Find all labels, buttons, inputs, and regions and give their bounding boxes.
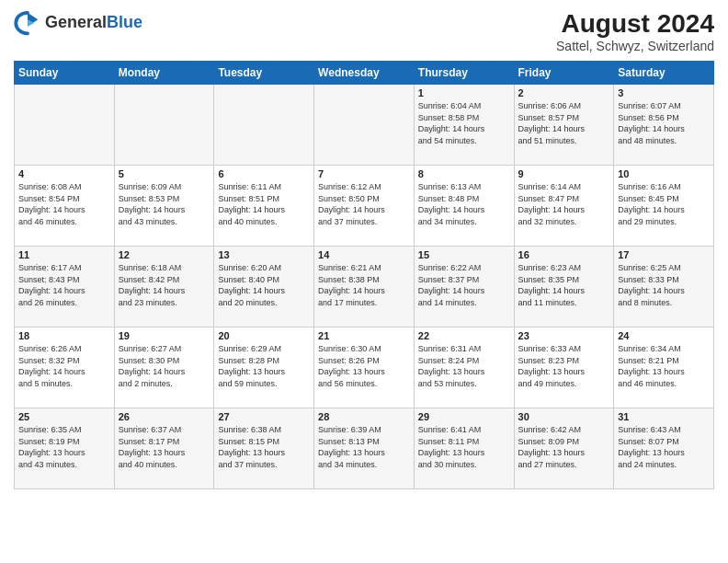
calendar-cell-3-5: 15Sunrise: 6:22 AM Sunset: 8:37 PM Dayli…	[414, 247, 514, 327]
day-number: 24	[618, 330, 710, 341]
calendar-cell-2-1: 4Sunrise: 6:08 AM Sunset: 8:54 PM Daylig…	[15, 166, 115, 247]
day-info: Sunrise: 6:04 AM Sunset: 8:58 PM Dayligh…	[418, 100, 510, 146]
day-number: 3	[618, 87, 710, 98]
calendar-cell-3-7: 17Sunrise: 6:25 AM Sunset: 8:33 PM Dayli…	[614, 247, 714, 327]
col-monday: Monday	[114, 62, 214, 85]
logo-general: General	[45, 13, 107, 31]
day-number: 23	[518, 330, 610, 341]
calendar-cell-1-3	[214, 85, 314, 166]
day-info: Sunrise: 6:33 AM Sunset: 8:23 PM Dayligh…	[518, 343, 610, 389]
day-number: 2	[518, 87, 610, 98]
day-number: 28	[318, 411, 410, 422]
day-info: Sunrise: 6:34 AM Sunset: 8:21 PM Dayligh…	[618, 343, 710, 389]
day-info: Sunrise: 6:29 AM Sunset: 8:28 PM Dayligh…	[218, 343, 310, 389]
logo: GeneralBlue	[14, 9, 142, 37]
col-saturday: Saturday	[614, 62, 714, 85]
day-info: Sunrise: 6:39 AM Sunset: 8:13 PM Dayligh…	[318, 424, 410, 470]
calendar-header-row: Sunday Monday Tuesday Wednesday Thursday…	[15, 62, 714, 85]
day-info: Sunrise: 6:16 AM Sunset: 8:45 PM Dayligh…	[618, 181, 710, 227]
day-info: Sunrise: 6:12 AM Sunset: 8:50 PM Dayligh…	[318, 181, 410, 227]
day-info: Sunrise: 6:23 AM Sunset: 8:35 PM Dayligh…	[518, 262, 610, 308]
col-thursday: Thursday	[414, 62, 514, 85]
calendar-cell-1-4	[314, 85, 415, 166]
day-number: 20	[218, 330, 310, 341]
day-info: Sunrise: 6:43 AM Sunset: 8:07 PM Dayligh…	[618, 424, 710, 470]
col-friday: Friday	[514, 62, 614, 85]
day-info: Sunrise: 6:06 AM Sunset: 8:57 PM Dayligh…	[518, 100, 610, 146]
calendar-cell-4-6: 23Sunrise: 6:33 AM Sunset: 8:23 PM Dayli…	[514, 327, 614, 408]
day-number: 15	[418, 249, 510, 260]
day-number: 27	[218, 411, 310, 422]
calendar-week-3: 11Sunrise: 6:17 AM Sunset: 8:43 PM Dayli…	[15, 247, 714, 327]
day-number: 11	[18, 249, 110, 260]
day-number: 7	[318, 168, 410, 179]
page-header: GeneralBlue August 2024 Sattel, Schwyz, …	[14, 9, 714, 53]
day-number: 1	[418, 87, 510, 98]
day-info: Sunrise: 6:37 AM Sunset: 8:17 PM Dayligh…	[119, 424, 210, 470]
day-info: Sunrise: 6:41 AM Sunset: 8:11 PM Dayligh…	[418, 424, 510, 470]
calendar-cell-2-3: 6Sunrise: 6:11 AM Sunset: 8:51 PM Daylig…	[214, 166, 314, 247]
day-info: Sunrise: 6:21 AM Sunset: 8:38 PM Dayligh…	[318, 262, 410, 308]
calendar-week-2: 4Sunrise: 6:08 AM Sunset: 8:54 PM Daylig…	[15, 166, 714, 247]
calendar-cell-2-6: 9Sunrise: 6:14 AM Sunset: 8:47 PM Daylig…	[514, 166, 614, 247]
day-info: Sunrise: 6:26 AM Sunset: 8:32 PM Dayligh…	[18, 343, 110, 389]
calendar-cell-5-2: 26Sunrise: 6:37 AM Sunset: 8:17 PM Dayli…	[114, 408, 214, 489]
day-info: Sunrise: 6:14 AM Sunset: 8:47 PM Dayligh…	[518, 181, 610, 227]
day-info: Sunrise: 6:35 AM Sunset: 8:19 PM Dayligh…	[18, 424, 110, 470]
calendar-cell-1-2	[114, 85, 214, 166]
day-number: 14	[318, 249, 410, 260]
calendar-cell-1-6: 2Sunrise: 6:06 AM Sunset: 8:57 PM Daylig…	[514, 85, 614, 166]
col-tuesday: Tuesday	[214, 62, 314, 85]
day-number: 18	[18, 330, 110, 341]
day-number: 13	[218, 249, 310, 260]
calendar-cell-2-2: 5Sunrise: 6:09 AM Sunset: 8:53 PM Daylig…	[114, 166, 214, 247]
calendar-cell-5-6: 30Sunrise: 6:42 AM Sunset: 8:09 PM Dayli…	[514, 408, 614, 489]
calendar-cell-4-7: 24Sunrise: 6:34 AM Sunset: 8:21 PM Dayli…	[614, 327, 714, 408]
calendar-cell-3-6: 16Sunrise: 6:23 AM Sunset: 8:35 PM Dayli…	[514, 247, 614, 327]
calendar-cell-5-4: 28Sunrise: 6:39 AM Sunset: 8:13 PM Dayli…	[314, 408, 415, 489]
calendar-cell-5-1: 25Sunrise: 6:35 AM Sunset: 8:19 PM Dayli…	[15, 408, 115, 489]
calendar-cell-4-3: 20Sunrise: 6:29 AM Sunset: 8:28 PM Dayli…	[214, 327, 314, 408]
day-number: 9	[518, 168, 610, 179]
day-info: Sunrise: 6:18 AM Sunset: 8:42 PM Dayligh…	[119, 262, 210, 308]
day-number: 26	[119, 411, 210, 422]
day-number: 4	[18, 168, 110, 179]
calendar-cell-2-4: 7Sunrise: 6:12 AM Sunset: 8:50 PM Daylig…	[314, 166, 415, 247]
calendar-cell-2-7: 10Sunrise: 6:16 AM Sunset: 8:45 PM Dayli…	[614, 166, 714, 247]
day-number: 21	[318, 330, 410, 341]
day-info: Sunrise: 6:42 AM Sunset: 8:09 PM Dayligh…	[518, 424, 610, 470]
day-number: 22	[418, 330, 510, 341]
calendar-week-5: 25Sunrise: 6:35 AM Sunset: 8:19 PM Dayli…	[15, 408, 714, 489]
calendar-cell-3-1: 11Sunrise: 6:17 AM Sunset: 8:43 PM Dayli…	[15, 247, 115, 327]
calendar-cell-5-3: 27Sunrise: 6:38 AM Sunset: 8:15 PM Dayli…	[214, 408, 314, 489]
day-info: Sunrise: 6:07 AM Sunset: 8:56 PM Dayligh…	[618, 100, 710, 146]
calendar-cell-5-5: 29Sunrise: 6:41 AM Sunset: 8:11 PM Dayli…	[414, 408, 514, 489]
day-number: 30	[518, 411, 610, 422]
day-info: Sunrise: 6:20 AM Sunset: 8:40 PM Dayligh…	[218, 262, 310, 308]
col-wednesday: Wednesday	[314, 62, 415, 85]
calendar-week-4: 18Sunrise: 6:26 AM Sunset: 8:32 PM Dayli…	[15, 327, 714, 408]
page-container: GeneralBlue August 2024 Sattel, Schwyz, …	[0, 0, 728, 563]
day-info: Sunrise: 6:25 AM Sunset: 8:33 PM Dayligh…	[618, 262, 710, 308]
day-number: 19	[119, 330, 210, 341]
day-number: 5	[119, 168, 210, 179]
day-info: Sunrise: 6:13 AM Sunset: 8:48 PM Dayligh…	[418, 181, 510, 227]
logo-text: GeneralBlue	[45, 14, 142, 32]
day-info: Sunrise: 6:38 AM Sunset: 8:15 PM Dayligh…	[218, 424, 310, 470]
day-info: Sunrise: 6:08 AM Sunset: 8:54 PM Dayligh…	[18, 181, 110, 227]
day-info: Sunrise: 6:27 AM Sunset: 8:30 PM Dayligh…	[119, 343, 210, 389]
day-number: 29	[418, 411, 510, 422]
calendar-cell-3-4: 14Sunrise: 6:21 AM Sunset: 8:38 PM Dayli…	[314, 247, 415, 327]
calendar-cell-4-5: 22Sunrise: 6:31 AM Sunset: 8:24 PM Dayli…	[414, 327, 514, 408]
calendar-cell-1-1	[15, 85, 115, 166]
day-number: 31	[618, 411, 710, 422]
calendar-cell-2-5: 8Sunrise: 6:13 AM Sunset: 8:48 PM Daylig…	[414, 166, 514, 247]
title-block: August 2024 Sattel, Schwyz, Switzerland	[556, 9, 714, 53]
calendar-cell-4-1: 18Sunrise: 6:26 AM Sunset: 8:32 PM Dayli…	[15, 327, 115, 408]
calendar-cell-4-2: 19Sunrise: 6:27 AM Sunset: 8:30 PM Dayli…	[114, 327, 214, 408]
logo-blue: Blue	[107, 13, 142, 31]
day-number: 16	[518, 249, 610, 260]
day-number: 17	[618, 249, 710, 260]
day-info: Sunrise: 6:17 AM Sunset: 8:43 PM Dayligh…	[18, 262, 110, 308]
day-number: 12	[119, 249, 210, 260]
